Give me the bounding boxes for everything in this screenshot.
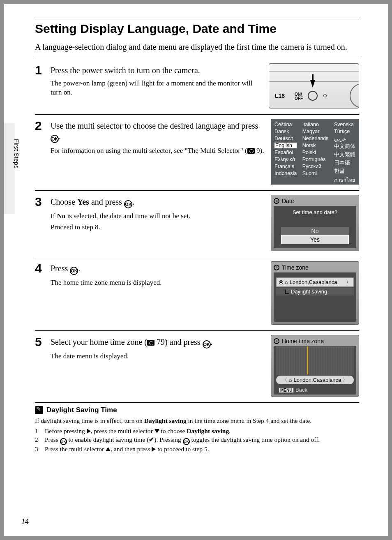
step-3-sub2: Proceed to step 8.	[51, 223, 265, 231]
lang-item: 中文繁體	[334, 151, 355, 158]
step-1-sub: The power-on lamp (green) will light for…	[51, 79, 263, 97]
clock-icon	[274, 338, 279, 344]
page-number: 14	[21, 517, 29, 526]
text: Choose	[51, 197, 77, 206]
page-title: Setting Display Language, Date and Time	[35, 22, 359, 36]
lang-item: Français	[274, 164, 297, 169]
lang-item: Português	[302, 157, 329, 162]
power-button-icon	[308, 91, 318, 101]
text: .	[59, 132, 61, 141]
option-yes: Yes	[281, 235, 349, 244]
home-icon: ⌂	[289, 377, 292, 383]
chevron-right-icon: 〉	[343, 376, 348, 383]
lang-col-3: Svenska Türkçe عربي 中文简体 中文繁體 日本語 한글 ภาษ…	[334, 122, 355, 184]
clock-icon	[274, 198, 279, 204]
text: 79) and press	[154, 337, 203, 346]
chevron-right-icon: 〉	[346, 279, 351, 286]
world-map	[276, 346, 354, 375]
daylight-row: Daylight saving	[276, 288, 354, 295]
check-icon: ✔	[149, 436, 154, 443]
text: , press the multi selector	[91, 427, 154, 434]
text: Press	[45, 436, 60, 443]
lang-item: Dansk	[274, 129, 297, 134]
menu-button-icon: MENU	[279, 388, 294, 393]
note-item-2: 2 Press OK to enable daylight saving tim…	[35, 436, 359, 445]
text: Before pressing	[45, 427, 87, 434]
lang-item: Nederlands	[302, 136, 329, 141]
text: Select your home time zone (	[51, 337, 147, 346]
step-4-sub: The home time zone menu is displayed.	[51, 278, 265, 287]
top-rule	[35, 19, 359, 19]
lang-item: Italiano	[302, 122, 329, 127]
text: is selected, the date and time will not …	[65, 212, 190, 220]
timezone-label: London,Casablanca	[290, 279, 344, 285]
side-tab	[4, 123, 15, 214]
lang-item: عربي	[334, 136, 355, 142]
text: .	[132, 197, 134, 206]
lang-item: Norsk	[302, 143, 329, 148]
lang-item: 中文简体	[334, 143, 355, 150]
ok-icon: OK	[60, 438, 67, 445]
note-daylight: Daylight Saving Time If daylight saving …	[35, 402, 359, 454]
note-paragraph: If daylight saving time is in effect, tu…	[35, 417, 359, 425]
camera-ref-icon	[147, 340, 154, 346]
step-5-sub: The date menu is displayed.	[51, 352, 265, 361]
arrow-down-icon	[310, 80, 315, 88]
step-number: 1	[35, 63, 45, 108]
date-dialog-figure: Date Set time and date? No Yes	[271, 195, 359, 251]
text: If	[51, 212, 57, 220]
lcd-header: Date	[282, 198, 294, 204]
lang-item: Čeština	[274, 122, 297, 127]
side-tab-label: First Steps	[13, 139, 20, 168]
lang-col-2: Italiano Magyar Nederlands Norsk Polski …	[302, 122, 329, 184]
step-5: 5 Select your home time zone ( 79) and p…	[35, 330, 359, 402]
clock-icon	[274, 265, 279, 270]
step-1-title: Press the power switch to turn on the ca…	[51, 65, 263, 76]
lang-item: Türkçe	[334, 129, 355, 134]
triangle-up-icon	[106, 447, 111, 451]
timezone-name: London,Casablanca	[294, 377, 341, 383]
text: toggles the daylight saving time option …	[190, 436, 320, 443]
step-number: 5	[35, 335, 45, 397]
timezone-dialog-figure: Time zone ⌂ London,Casablanca 〉 Daylight…	[271, 261, 359, 325]
triangle-down-icon	[154, 429, 159, 433]
step-5-title: Select your home time zone ( 79) and pre…	[51, 337, 265, 348]
lang-item: Русский	[302, 164, 329, 169]
triangle-right-icon	[152, 447, 156, 452]
text: .	[229, 427, 231, 434]
lcd-header: Home time zone	[282, 338, 324, 344]
step-3: 3 Choose Yes and press OK. If No is sele…	[35, 190, 359, 257]
text: and press	[89, 197, 124, 206]
step-2-title: Use the multi selector to choose the des…	[51, 120, 265, 143]
ok-icon: OK	[124, 200, 132, 208]
radio-icon	[279, 280, 283, 284]
ok-icon: OK	[51, 135, 59, 143]
text: , and then press	[111, 445, 152, 452]
note-item-3: 3 Press the multi selector , and then pr…	[35, 445, 359, 454]
lcd-question: Set time and date?	[274, 208, 356, 227]
text: If daylight saving time is in effect, tu…	[35, 417, 144, 424]
lang-item-selected: English	[274, 143, 297, 148]
step-4: 4 Press OK. The home time zone menu is d…	[35, 257, 359, 330]
lang-item: ภาษาไทย	[334, 176, 355, 184]
step-3-title: Choose Yes and press OK.	[51, 196, 265, 208]
power-switch-figure: L18 ON/OFF	[269, 63, 359, 108]
home-timezone-figure: Home time zone 〈 ⌂ London,Casablanca 〉 M…	[271, 335, 359, 397]
text: Press the multi selector	[45, 445, 106, 452]
lang-item: Magyar	[302, 129, 329, 134]
chevron-left-icon: 〈	[282, 376, 287, 383]
camera-model-label: L18	[275, 92, 285, 99]
text: .	[211, 337, 213, 346]
lang-item: 日本語	[334, 159, 355, 166]
text-bold: Daylight saving	[144, 417, 187, 424]
text: .	[78, 264, 80, 273]
ok-icon: OK	[183, 438, 190, 445]
text: to enable daylight saving time (	[67, 436, 149, 443]
text-bold: Daylight saving	[187, 427, 229, 434]
note-item-1: 1 Before pressing , press the multi sele…	[35, 427, 359, 436]
ok-icon: OK	[203, 340, 211, 348]
lang-col-1: Čeština Dansk Deutsch English Español Ελ…	[274, 122, 297, 184]
step-1: 1 Press the power switch to turn on the …	[35, 59, 359, 114]
step-number: 2	[35, 119, 45, 185]
text: to proceed to step 5.	[156, 445, 209, 452]
